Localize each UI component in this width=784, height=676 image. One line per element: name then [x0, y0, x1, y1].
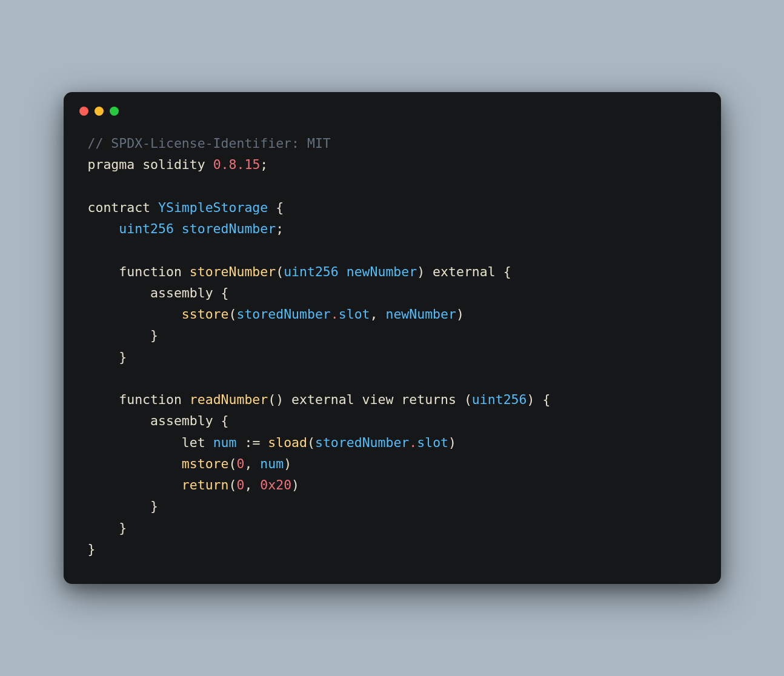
code-token: } [150, 499, 158, 514]
code-token: , [370, 307, 378, 322]
code-token: storeNumber [190, 264, 276, 279]
code-token: returns [401, 392, 456, 407]
code-token: let [182, 435, 205, 450]
code-token: ) [417, 264, 425, 279]
code-token: , [244, 477, 252, 492]
code-token: mstore [182, 456, 229, 471]
code-token: function [119, 264, 182, 279]
code-token: newNumber [385, 307, 456, 322]
code-token: readNumber [190, 392, 268, 407]
code-token: := [244, 435, 260, 450]
code-token: ) [284, 456, 291, 471]
code-token: { [221, 285, 229, 300]
window-titlebar [64, 92, 721, 122]
code-token: external [291, 392, 354, 407]
code-token: () [268, 392, 284, 407]
minimize-icon[interactable] [95, 107, 104, 116]
code-token: uint256 [119, 221, 174, 236]
code-token: ( [307, 435, 315, 450]
code-token: 15 [244, 157, 260, 172]
code-token: storedNumber [315, 435, 409, 450]
code-token: storedNumber [182, 221, 276, 236]
code-token: external [433, 264, 496, 279]
code-token: sstore [182, 307, 229, 322]
code-token: { [503, 264, 511, 279]
code-token: assembly [150, 285, 213, 300]
code-token: slot [417, 435, 448, 450]
code-token: sload [268, 435, 307, 450]
code-token: ( [229, 307, 237, 322]
code-token: . [331, 307, 339, 322]
code-token: { [221, 413, 229, 428]
maximize-icon[interactable] [110, 107, 119, 116]
code-token: } [150, 328, 158, 343]
code-token: ( [276, 264, 284, 279]
code-window: // SPDX-License-Identifier: MIT pragma s… [64, 92, 721, 584]
code-token: num [213, 435, 237, 450]
code-token: } [119, 350, 127, 365]
code-token: 0 [236, 477, 244, 492]
code-token: . [221, 157, 229, 172]
code-token: YSimpleStorage [158, 200, 268, 215]
code-token: ; [276, 221, 284, 236]
code-token: , [244, 456, 252, 471]
code-token: ) [291, 477, 299, 492]
code-token: ; [260, 157, 268, 172]
code-token: assembly [150, 413, 213, 428]
code-token: . [237, 157, 245, 172]
code-token: } [88, 542, 96, 557]
code-token: slot [339, 307, 370, 322]
code-token: ) [448, 435, 456, 450]
code-token: . [409, 435, 417, 450]
code-token: contract [88, 200, 151, 215]
code-token: function [119, 392, 182, 407]
code-token: uint256 [472, 392, 527, 407]
code-token: 8 [229, 157, 237, 172]
code-token: pragma [88, 157, 135, 172]
code-token: } [119, 520, 127, 535]
code-token: ( [464, 392, 472, 407]
code-block: // SPDX-License-Identifier: MIT pragma s… [64, 122, 721, 560]
code-token: storedNumber [236, 307, 330, 322]
code-token: // SPDX-License-Identifier: MIT [88, 136, 331, 151]
code-token: return [182, 477, 229, 492]
code-token: newNumber [347, 264, 417, 279]
code-token: 0x20 [260, 477, 291, 492]
close-icon[interactable] [79, 107, 88, 116]
code-token: uint256 [284, 264, 339, 279]
code-token: solidity [142, 157, 205, 172]
code-token: { [276, 200, 284, 215]
code-token: num [260, 456, 284, 471]
code-token: ( [229, 456, 237, 471]
code-token: 0 [213, 157, 221, 172]
code-token: ) [456, 307, 464, 322]
code-token: ) [527, 392, 534, 407]
code-token: ( [229, 477, 237, 492]
code-token: view [362, 392, 394, 407]
code-token: { [542, 392, 550, 407]
code-token: 0 [236, 456, 244, 471]
